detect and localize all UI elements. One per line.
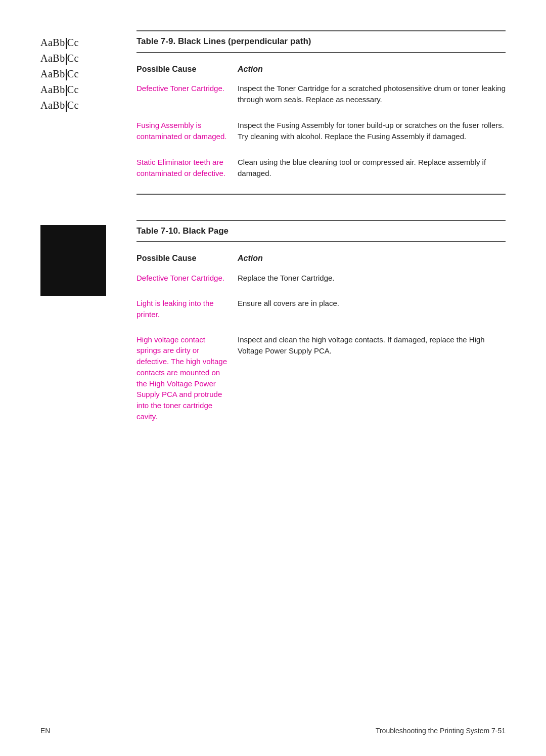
table-row: Defective Toner Cartridge. Replace the T… xyxy=(136,273,506,284)
action-cell-4: Replace the Toner Cartridge. xyxy=(238,273,506,284)
table-row: Defective Toner Cartridge. Inspect the T… xyxy=(136,83,506,106)
table-9-divider xyxy=(136,194,506,195)
action-cell-2: Inspect the Fusing Assembly for toner bu… xyxy=(238,120,506,143)
black-page-display xyxy=(40,225,106,296)
action-cell-3: Clean using the blue cleaning tool or co… xyxy=(238,157,506,180)
footer-right: Troubleshooting the Printing System 7-51 xyxy=(376,726,506,736)
table-10-title: Table 7-10. Black Page xyxy=(136,220,506,243)
table-9-cause-header: Possible Cause xyxy=(136,63,238,75)
page: AaBbCc AaBbCc AaBbCc AaBbCc AaBbCc Table… xyxy=(0,0,546,502)
cause-cell-3: Static Eliminator teeth are contaminated… xyxy=(136,157,238,179)
cause-cell-6: High voltage contact springs are dirty o… xyxy=(136,334,238,422)
table-10-image xyxy=(40,225,121,436)
table-row: Light is leaking into the printer. Ensur… xyxy=(136,298,506,320)
sample-line-1: AaBbCc xyxy=(40,35,121,50)
sample-line-5: AaBbCc xyxy=(40,98,121,113)
action-cell-1: Inspect the Toner Cartridge for a scratc… xyxy=(238,83,506,106)
table-10-action-header: Action xyxy=(238,252,506,264)
table-9-image: AaBbCc AaBbCc AaBbCc AaBbCc AaBbCc xyxy=(40,35,121,195)
table-row: High voltage contact springs are dirty o… xyxy=(136,334,506,422)
table-9-action-header: Action xyxy=(238,63,506,75)
action-cell-5: Ensure all covers are in place. xyxy=(238,298,506,309)
table-10-cause-header: Possible Cause xyxy=(136,252,238,264)
cause-cell-2: Fusing Assembly is contaminated or damag… xyxy=(136,120,238,142)
cause-cell-5: Light is leaking into the printer. xyxy=(136,298,238,320)
table-9-content: Table 7-9. Black Lines (perpendicular pa… xyxy=(136,30,506,195)
sample-line-3: AaBbCc xyxy=(40,67,121,81)
action-cell-6: Inspect and clean the high voltage conta… xyxy=(238,334,506,357)
table-9-title: Table 7-9. Black Lines (perpendicular pa… xyxy=(136,30,506,53)
cause-cell-1: Defective Toner Cartridge. xyxy=(136,83,238,94)
sample-text-display: AaBbCc AaBbCc AaBbCc AaBbCc AaBbCc xyxy=(40,35,121,113)
table-row: Static Eliminator teeth are contaminated… xyxy=(136,157,506,180)
cause-cell-4: Defective Toner Cartridge. xyxy=(136,273,238,284)
sample-line-4: AaBbCc xyxy=(40,82,121,97)
footer-left: EN xyxy=(40,726,50,736)
table-10-headers: Possible Cause Action xyxy=(136,252,506,264)
table-row: Fusing Assembly is contaminated or damag… xyxy=(136,120,506,143)
sample-line-2: AaBbCc xyxy=(40,51,121,66)
table-10-content: Table 7-10. Black Page Possible Cause Ac… xyxy=(136,220,506,436)
page-footer: EN Troubleshooting the Printing System 7… xyxy=(40,726,506,736)
table-9-headers: Possible Cause Action xyxy=(136,63,506,75)
table-10-section: Table 7-10. Black Page Possible Cause Ac… xyxy=(40,220,506,436)
table-9-section: AaBbCc AaBbCc AaBbCc AaBbCc AaBbCc Table… xyxy=(40,30,506,195)
